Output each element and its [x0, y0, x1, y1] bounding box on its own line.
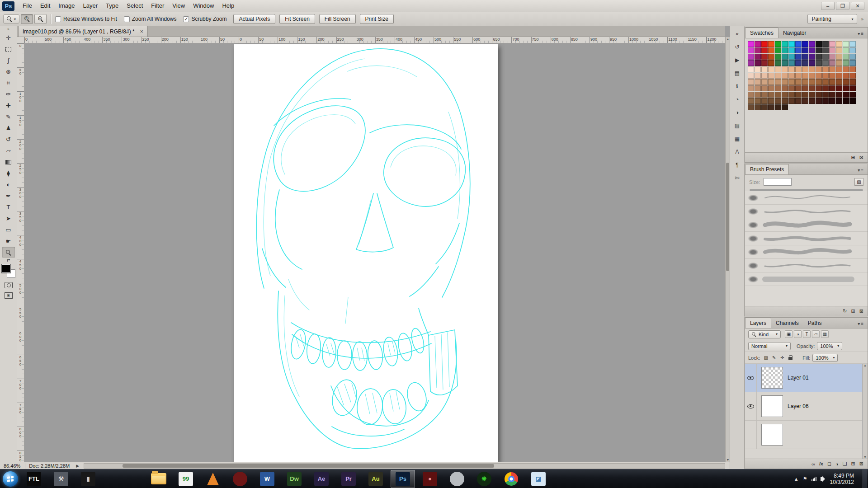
swatch[interactable] — [768, 60, 774, 66]
swatch[interactable] — [782, 104, 788, 110]
filter-smart-icon[interactable]: ▦ — [821, 330, 829, 338]
swatch[interactable] — [748, 66, 754, 72]
canvas-document[interactable] — [234, 44, 498, 462]
swatch[interactable] — [782, 79, 788, 85]
swatch[interactable] — [748, 60, 754, 66]
swatch[interactable] — [761, 41, 768, 47]
brush-tool[interactable]: ✎ — [2, 111, 15, 122]
layer-mask-icon[interactable]: ◻ — [827, 461, 831, 467]
swatch[interactable] — [816, 41, 822, 47]
swatch[interactable] — [788, 60, 795, 66]
workspace-switcher[interactable]: Painting ▾ — [807, 14, 857, 24]
visibility-toggle[interactable] — [745, 421, 757, 449]
opacity-combo[interactable]: 100% ▾ — [817, 342, 842, 350]
swatch[interactable] — [755, 73, 761, 79]
swatch[interactable] — [761, 85, 768, 91]
taskbar-after-effects[interactable]: Ae — [309, 470, 334, 488]
swatch[interactable] — [782, 60, 788, 66]
brush-preview-toggle-icon[interactable]: ▧ — [854, 178, 863, 186]
menu-type[interactable]: Type — [102, 0, 123, 12]
taskbar-photoshop[interactable]: Ps — [391, 470, 415, 488]
swatch[interactable] — [829, 54, 835, 60]
swatch[interactable] — [775, 60, 781, 66]
type-tool[interactable]: T — [2, 202, 15, 213]
brush-preset[interactable] — [745, 272, 868, 286]
horizontal-scrollbar[interactable] — [84, 463, 725, 469]
swatch[interactable] — [748, 104, 754, 110]
volume-icon[interactable] — [821, 477, 823, 481]
swatch[interactable] — [761, 73, 768, 79]
swatch[interactable] — [788, 41, 795, 47]
swatch[interactable] — [755, 66, 761, 72]
taskbar-word[interactable]: W — [255, 470, 279, 488]
taskbar-windows-explorer[interactable] — [146, 470, 171, 488]
layer-row[interactable]: Layer 06 — [745, 392, 862, 421]
menu-file[interactable]: File — [19, 0, 36, 12]
swatch[interactable] — [849, 92, 856, 98]
menu-help[interactable]: Help — [218, 0, 238, 12]
swatch[interactable] — [775, 79, 781, 85]
swatch[interactable] — [802, 47, 808, 53]
vertical-scroll-thumb[interactable] — [726, 163, 729, 271]
swatch[interactable] — [829, 85, 835, 91]
taskbar-premiere[interactable]: Pr — [336, 470, 361, 488]
swatch[interactable] — [829, 92, 835, 98]
swatch[interactable] — [755, 41, 761, 47]
swatch[interactable] — [816, 85, 822, 91]
swatch[interactable] — [782, 92, 788, 98]
fill-combo[interactable]: 100% ▾ — [812, 354, 838, 362]
taskbar-razer[interactable]: ❋ — [472, 470, 496, 488]
swatch[interactable] — [829, 41, 835, 47]
minimize-button[interactable]: – — [821, 2, 835, 10]
gradient-tool[interactable] — [2, 156, 15, 168]
scroll-up-icon[interactable]: ▲ — [863, 364, 867, 367]
swatch[interactable] — [809, 41, 815, 47]
refresh-brushes-icon[interactable]: ↻ — [843, 308, 847, 314]
swatch[interactable] — [768, 47, 774, 53]
tab-paths[interactable]: Paths — [803, 318, 826, 328]
swatch[interactable] — [843, 92, 849, 98]
vertical-ruler[interactable]: 05 01 0 01 5 02 0 02 5 03 0 03 5 04 0 04… — [17, 43, 24, 462]
swatch[interactable] — [802, 98, 808, 104]
menu-select[interactable]: Select — [123, 0, 147, 12]
swatch[interactable] — [748, 73, 754, 79]
swatch[interactable] — [809, 79, 815, 85]
rectangle-tool[interactable]: ▭ — [2, 224, 15, 235]
swatch[interactable] — [822, 92, 829, 98]
swatch[interactable] — [768, 41, 774, 47]
styles-panel-icon[interactable]: ▤ — [732, 68, 743, 79]
swatch[interactable] — [782, 85, 788, 91]
swatch[interactable] — [836, 98, 842, 104]
actual-pixels-button[interactable]: Actual Pixels — [233, 14, 275, 24]
layer-name[interactable]: Layer 01 — [788, 375, 809, 381]
print-size-button[interactable]: Print Size — [360, 14, 394, 24]
swatch[interactable] — [822, 60, 829, 66]
network-icon[interactable] — [811, 477, 816, 481]
eyedropper-tool[interactable]: ✑ — [2, 89, 15, 100]
blend-mode-combo[interactable]: Normal ▾ — [748, 342, 791, 350]
swatch[interactable] — [829, 66, 835, 72]
swatch[interactable] — [836, 66, 842, 72]
tab-swatches[interactable]: Swatches — [745, 28, 778, 38]
tool-preset-picker[interactable]: ▾ — [3, 14, 19, 23]
swatch[interactable] — [836, 85, 842, 91]
lasso-tool[interactable]: ʃ — [2, 55, 15, 66]
swatch[interactable] — [849, 98, 856, 104]
vertical-scrollbar[interactable]: ▲ ▼ — [725, 37, 730, 462]
show-hidden-icons[interactable]: ▲ — [794, 476, 799, 482]
link-layers-icon[interactable]: ∞ — [811, 461, 815, 467]
filter-pixel-icon[interactable]: ▣ — [785, 330, 793, 338]
swatch[interactable] — [843, 41, 849, 47]
panel-menu-icon[interactable]: ▾≡ — [854, 168, 868, 174]
swatch[interactable] — [849, 60, 856, 66]
taskbar-photo-viewer[interactable]: ◪ — [526, 470, 551, 488]
brush-preset[interactable] — [745, 218, 868, 232]
taskbar-dreamweaver[interactable]: Dw — [282, 470, 307, 488]
filter-adjustment-icon[interactable]: ◑ — [794, 330, 802, 338]
swatch[interactable] — [755, 79, 761, 85]
layer-thumbnail[interactable] — [761, 367, 783, 389]
brush-preset[interactable] — [745, 205, 868, 218]
foreground-color[interactable] — [2, 264, 10, 273]
taskbar-app-utility[interactable]: ⚒ — [49, 470, 73, 488]
menu-layer[interactable]: Layer — [79, 0, 102, 12]
